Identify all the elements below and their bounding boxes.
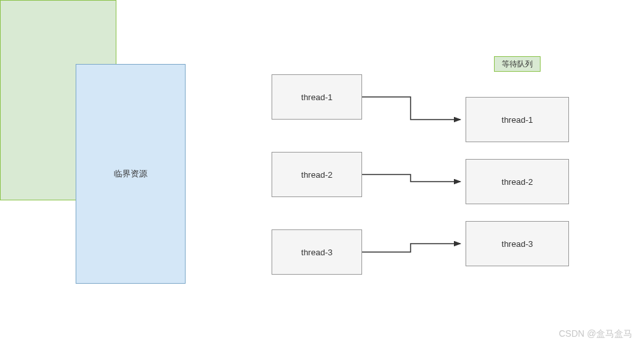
thread-3-label: thread-3 — [301, 248, 332, 257]
queue-item-2: thread-2 — [466, 159, 569, 204]
thread-box-1: thread-1 — [272, 74, 362, 120]
queue-item-2-label: thread-2 — [502, 177, 533, 187]
wait-queue-label-box: 等待队列 — [494, 56, 541, 72]
arrow-t3-q3 — [362, 244, 460, 252]
queue-item-3: thread-3 — [466, 221, 569, 266]
arrow-t2-q2 — [362, 174, 460, 182]
wait-queue-label: 等待队列 — [502, 59, 533, 70]
thread-box-3: thread-3 — [272, 229, 362, 275]
critical-resource-box: 临界资源 — [76, 64, 186, 284]
thread-box-2: thread-2 — [272, 152, 362, 197]
queue-item-1-label: thread-1 — [502, 115, 533, 125]
queue-item-1: thread-1 — [466, 97, 569, 142]
thread-1-label: thread-1 — [301, 92, 332, 102]
thread-2-label: thread-2 — [301, 170, 332, 180]
watermark: CSDN @盒马盒马 — [559, 328, 632, 340]
watermark-text: CSDN @盒马盒马 — [559, 328, 632, 339]
queue-item-3-label: thread-3 — [502, 239, 533, 249]
critical-resource-label: 临界资源 — [114, 168, 147, 180]
arrow-t1-q1 — [362, 97, 460, 120]
